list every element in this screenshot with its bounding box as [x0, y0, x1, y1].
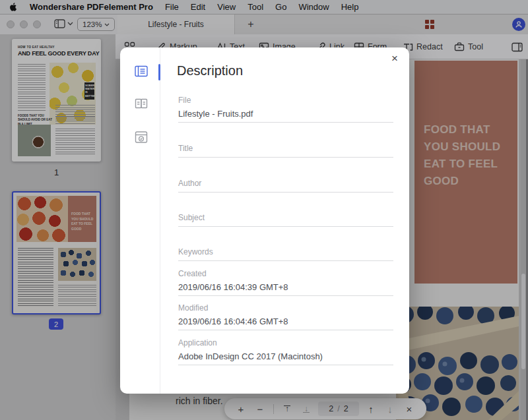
field-underline: [178, 226, 393, 227]
field-created: Created 2019/06/16 16:04:39 GMT+8: [178, 268, 393, 296]
tab-initial-view[interactable]: [133, 96, 149, 111]
field-label: Keywords: [178, 247, 393, 257]
field-author[interactable]: Author: [178, 178, 393, 193]
field-file: File Lifestyle - Fruits.pdf: [178, 95, 393, 123]
field-modified: Modified 2019/06/16 16:04:46 GMT+8: [178, 303, 393, 330]
field-subject[interactable]: Subject: [178, 212, 393, 227]
open-book-icon: [133, 96, 149, 111]
field-application: Application Adobe InDesign CC 2017 (Maci…: [178, 338, 393, 365]
tab-description-active[interactable]: [133, 63, 149, 79]
field-label: Application: [178, 338, 393, 348]
field-underline: [178, 260, 393, 261]
field-value: 2019/06/16 16:04:46 GMT+8: [178, 316, 393, 327]
tab-security[interactable]: [133, 129, 149, 145]
properties-dialog: × Descrip: [120, 47, 409, 394]
field-label: Modified: [178, 303, 393, 313]
field-underline: [178, 365, 393, 365]
field-label: Author: [178, 178, 393, 189]
field-value: Adobe InDesign CC 2017 (Macintosh): [178, 351, 393, 362]
field-underline: [178, 157, 393, 158]
dialog-tab-rail: [120, 47, 160, 394]
field-underline: [178, 122, 393, 123]
field-value: 2019/06/16 16:04:39 GMT+8: [178, 282, 393, 293]
active-tab-indicator: [158, 64, 160, 80]
field-underline: [178, 192, 393, 193]
field-value: Lifestyle - Fruits.pdf: [178, 108, 393, 119]
field-label: Created: [178, 268, 393, 279]
field-keywords[interactable]: Keywords: [178, 247, 393, 261]
field-title[interactable]: Title: [178, 143, 393, 158]
description-icon: [133, 63, 149, 79]
field-label: File: [178, 95, 393, 105]
dialog-fields: File Lifestyle - Fruits.pdf Title Author…: [178, 47, 393, 394]
field-label: Title: [178, 143, 393, 154]
security-shield-icon: [133, 129, 149, 145]
field-underline: [178, 330, 393, 330]
field-label: Subject: [178, 212, 393, 223]
field-underline: [178, 295, 393, 296]
